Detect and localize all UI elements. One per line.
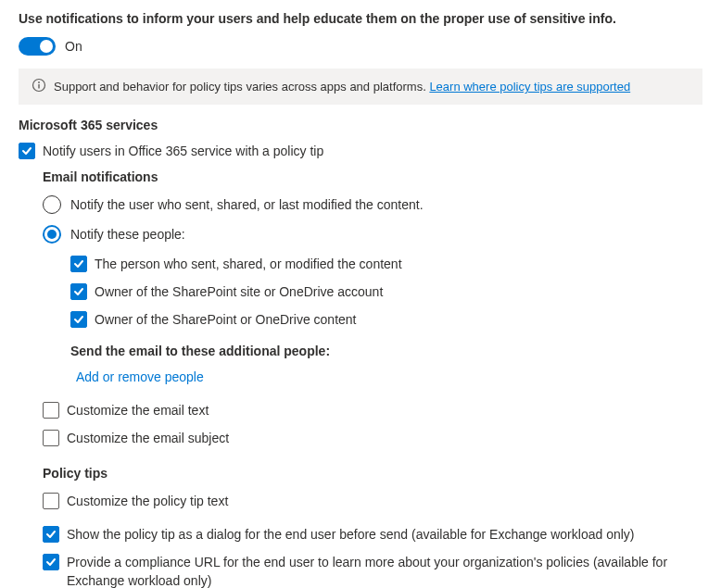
customize-tip-text-row: Customize the policy tip text (43, 492, 702, 510)
people-siteowner-label: Owner of the SharePoint site or OneDrive… (95, 282, 383, 301)
customize-email-text-label: Customize the email text (67, 401, 209, 419)
people-person-row: The person who sent, shared, or modified… (70, 255, 702, 273)
customize-email-subject-row: Customize the email subject (43, 429, 702, 447)
notify-users-checkbox[interactable] (19, 143, 35, 159)
radio-notify-sender-label: Notify the user who sent, shared, or las… (70, 197, 424, 212)
radio-notify-people-row: Notify these people: (43, 225, 702, 244)
compliance-url-row: Provide a compliance URL for the end use… (43, 553, 702, 588)
add-remove-people-link[interactable]: Add or remove people (76, 369, 204, 384)
radio-notify-people-label: Notify these people: (70, 227, 185, 242)
toggle-thumb (40, 40, 53, 53)
people-contentowner-label: Owner of the SharePoint or OneDrive cont… (95, 310, 356, 329)
show-dialog-label: Show the policy tip as a dialog for the … (67, 525, 634, 544)
customize-email-subject-label: Customize the email subject (67, 429, 229, 447)
additional-people-heading: Send the email to these additional peopl… (70, 344, 702, 358)
customize-email-subject-checkbox[interactable] (43, 430, 59, 446)
radio-notify-people[interactable] (43, 225, 61, 244)
people-siteowner-checkbox[interactable] (70, 283, 87, 300)
compliance-url-checkbox[interactable] (43, 554, 59, 570)
customize-email-text-row: Customize the email text (43, 401, 702, 419)
show-dialog-row: Show the policy tip as a dialog for the … (43, 525, 702, 544)
info-banner-text: Support and behavior for policy tips var… (54, 80, 630, 94)
show-dialog-checkbox[interactable] (43, 526, 59, 543)
people-person-checkbox[interactable] (70, 256, 87, 272)
info-icon (32, 78, 46, 95)
info-banner-link[interactable]: Learn where policy tips are supported (429, 80, 630, 94)
radio-notify-sender-row: Notify the user who sent, shared, or las… (43, 195, 702, 214)
info-banner-text-content: Support and behavior for policy tips var… (54, 80, 429, 94)
customize-tip-text-label: Customize the policy tip text (67, 492, 228, 510)
notify-users-label: Notify users in Office 365 service with … (43, 142, 323, 160)
notifications-toggle[interactable] (19, 37, 56, 56)
notifications-toggle-label: On (65, 39, 82, 54)
radio-dot (47, 230, 57, 239)
m365-services-heading: Microsoft 365 services (19, 118, 702, 132)
people-contentowner-row: Owner of the SharePoint or OneDrive cont… (70, 310, 702, 329)
policy-tips-heading: Policy tips (43, 466, 702, 481)
svg-rect-2 (38, 84, 39, 89)
email-notifications-heading: Email notifications (43, 169, 702, 184)
info-banner: Support and behavior for policy tips var… (19, 69, 702, 105)
notifications-toggle-row: On (19, 37, 702, 56)
radio-notify-sender[interactable] (43, 195, 61, 214)
people-person-label: The person who sent, shared, or modified… (95, 255, 402, 273)
compliance-url-label: Provide a compliance URL for the end use… (67, 553, 702, 588)
svg-point-1 (38, 81, 40, 83)
people-contentowner-checkbox[interactable] (70, 311, 87, 328)
customize-tip-text-checkbox[interactable] (43, 493, 59, 509)
notifications-heading: Use notifications to inform your users a… (19, 11, 702, 26)
people-siteowner-row: Owner of the SharePoint site or OneDrive… (70, 282, 702, 301)
customize-email-text-checkbox[interactable] (43, 402, 59, 419)
notify-users-row: Notify users in Office 365 service with … (19, 142, 702, 160)
